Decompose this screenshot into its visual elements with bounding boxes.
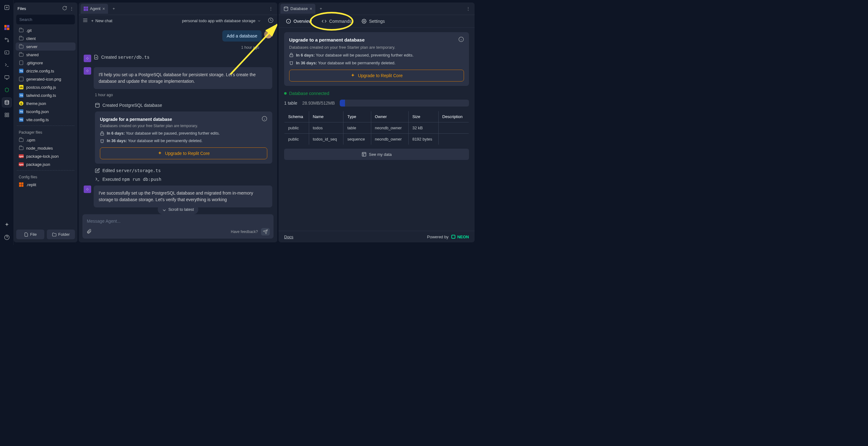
file-item[interactable]: TSdrizzle.config.ts [16, 67, 75, 75]
add-tab-icon[interactable]: + [317, 4, 326, 13]
close-icon[interactable]: × [102, 6, 105, 11]
tab-more-icon[interactable]: ⋮ [266, 5, 275, 12]
table-header: Size [408, 111, 438, 122]
shell-icon[interactable] [2, 60, 12, 70]
file-item[interactable]: TStailwind.config.ts [16, 91, 75, 99]
db-tab-overview[interactable]: Overview [284, 18, 313, 25]
timestamp: 1 hour ago [84, 45, 272, 50]
svg-rect-4 [5, 76, 9, 79]
table-header: Type [343, 111, 371, 122]
file-item[interactable]: TStsconfig.json [16, 108, 75, 116]
preview-icon[interactable] [2, 72, 12, 83]
file-item[interactable]: .git [16, 26, 75, 34]
table-row[interactable]: publictodostableneondb_owner32 kB [284, 122, 469, 134]
tab-database[interactable]: Database × [280, 4, 315, 14]
upgrade-subtitle: Databases created on your free Starter p… [289, 45, 464, 50]
upgrade-button[interactable]: Upgrade to Replit Core [100, 147, 267, 159]
tab-agent[interactable]: Agent × [81, 4, 108, 14]
agent-panel: Agent × + ⋮ +New chat personal todo app … [79, 2, 277, 242]
svg-rect-32 [290, 55, 293, 57]
db-upgrade-card: Upgrade to a permanent database Database… [284, 32, 469, 86]
table-header: Description [438, 111, 469, 122]
upgrade-card: Upgrade for a permanent database Databas… [95, 112, 272, 163]
attach-icon[interactable] [86, 229, 92, 235]
add-tab-icon[interactable]: + [109, 4, 118, 13]
secrets-icon[interactable] [2, 85, 12, 95]
feedback-link[interactable]: Have feedback? [231, 230, 258, 234]
svg-rect-19 [100, 133, 104, 135]
see-data-button[interactable]: See my data [284, 149, 469, 160]
svg-point-1 [5, 38, 6, 39]
file-item[interactable]: shared [16, 51, 75, 59]
svg-rect-33 [362, 152, 366, 156]
file-item[interactable]: .gitignore [16, 59, 75, 67]
file-item[interactable]: TSvite.config.ts [16, 116, 75, 124]
file-item[interactable]: JSpostcss.config.js [16, 83, 75, 91]
info-icon[interactable] [262, 116, 267, 122]
file-item[interactable]: npmpackage-lock.json [16, 152, 75, 160]
section-packager: Packager files [16, 128, 75, 136]
powered-by-neon: Powered by NEON [427, 234, 469, 239]
workflow-icon[interactable] [2, 35, 12, 45]
replit-icon[interactable] [2, 23, 12, 32]
console-icon[interactable] [2, 48, 12, 57]
table-header: Owner [371, 111, 408, 122]
chat-list-icon[interactable] [83, 18, 88, 24]
activity-created-db: Created PostgreSQL database [95, 103, 272, 108]
storage-progress [340, 100, 469, 107]
apps-icon[interactable] [2, 110, 12, 120]
ai-icon[interactable] [2, 220, 12, 230]
database-panel: Database × + ⋮ Overview Commands Setting… [279, 2, 474, 242]
upgrade-button[interactable]: Upgrade to Replit Core [289, 70, 464, 82]
file-item[interactable]: generated-icon.png [16, 75, 75, 83]
file-item[interactable]: {}theme.json [16, 99, 75, 108]
db-tab-commands[interactable]: Commands [320, 18, 353, 25]
upgrade-subtitle: Databases created on your free Starter p… [100, 124, 267, 128]
svg-point-15 [96, 103, 99, 104]
file-item[interactable]: .replit [16, 181, 75, 189]
table-header: Name [309, 111, 343, 122]
table-header: Schema [284, 111, 309, 122]
new-tab-icon[interactable] [2, 2, 12, 12]
search-input[interactable]: Search [16, 15, 75, 24]
tab-more-icon[interactable]: ⋮ [464, 5, 473, 12]
db-size: 28.93MB/512MB [302, 100, 335, 106]
agent-message: I've successfully set up the PostgreSQL … [94, 185, 272, 207]
table-count: 1 table [284, 100, 297, 106]
file-item[interactable]: server [16, 42, 75, 51]
history-icon[interactable] [268, 18, 274, 24]
db-tab-settings[interactable]: Settings [360, 18, 387, 25]
new-folder-button[interactable]: Folder [47, 230, 75, 239]
project-selector[interactable]: personal todo app with database storage [182, 19, 261, 23]
activity-bar [0, 0, 14, 245]
upgrade-title: Upgrade for a permanent database [100, 117, 172, 122]
activity-created-file: Created server/db.ts [94, 55, 272, 60]
file-item[interactable]: npmpackage.json [16, 160, 75, 168]
file-explorer: Files ⋮ Search .gitclientservershared.gi… [14, 2, 78, 242]
new-file-button[interactable]: File [16, 230, 44, 239]
files-sync-icon[interactable] [62, 6, 67, 11]
help-icon[interactable] [2, 232, 12, 242]
database-icon[interactable] [2, 97, 12, 108]
db-status: Database connected [284, 91, 469, 96]
file-item[interactable]: client [16, 34, 75, 42]
activity-edited-file: Edited server/storage.ts [95, 168, 272, 173]
scroll-to-latest-button[interactable]: Scroll to latest [158, 205, 198, 214]
send-button[interactable] [261, 228, 270, 236]
docs-link[interactable]: Docs [284, 235, 293, 239]
db-table: SchemaNameTypeOwnerSizeDescription publi… [284, 111, 469, 145]
agent-avatar-icon: ⁘ [84, 55, 91, 62]
info-icon[interactable] [458, 36, 464, 43]
tab-database-label: Database [290, 6, 308, 11]
tab-agent-label: Agent [90, 6, 100, 11]
table-row[interactable]: publictodos_id_seqsequenceneondb_owner81… [284, 134, 469, 145]
file-item[interactable]: .upm [16, 136, 75, 144]
new-chat-button[interactable]: +New chat [91, 19, 113, 23]
message-composer[interactable]: Message Agent... Have feedback? [83, 214, 274, 239]
close-icon[interactable]: × [310, 6, 312, 11]
agent-avatar-icon: ⁘ [84, 185, 91, 193]
file-item[interactable]: node_modules [16, 144, 75, 152]
svg-rect-9 [7, 115, 9, 117]
section-config: Config files [16, 172, 75, 181]
files-more-icon[interactable]: ⋮ [70, 6, 74, 11]
